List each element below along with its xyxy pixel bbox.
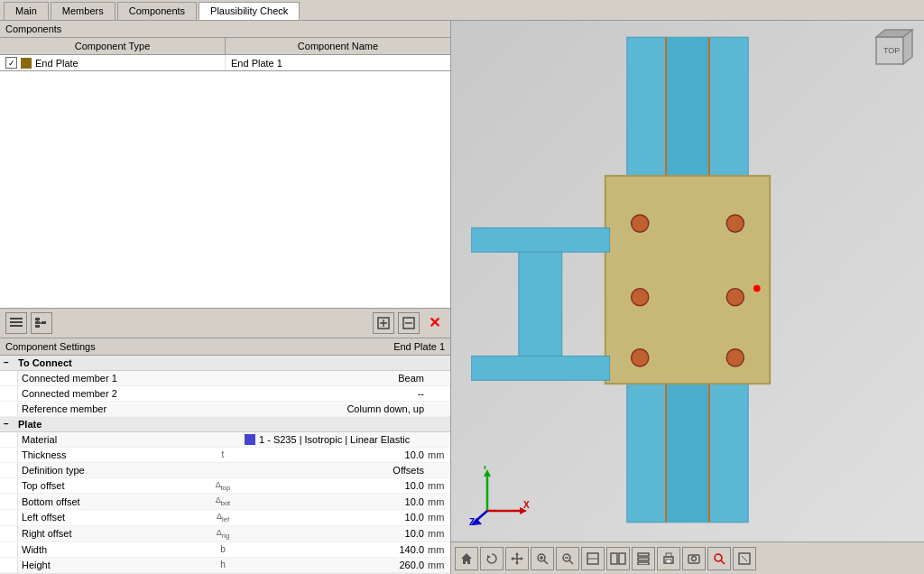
vp-btn-view[interactable] — [606, 547, 630, 570]
add-component-btn[interactable] — [373, 312, 394, 334]
settings-content[interactable]: − To Connect Connected member 1 Beam — [0, 356, 450, 575]
prop-name: Thickness — [18, 448, 205, 462]
svg-text:Z: Z — [469, 517, 475, 527]
prop-value: 10.0 — [241, 526, 428, 541]
prop-unit: mm — [428, 560, 450, 570]
prop-symbol: Δtop — [205, 478, 241, 494]
svg-rect-1 — [10, 321, 23, 323]
tab-main[interactable]: Main — [4, 2, 49, 20]
prop-symbol: Δrig — [205, 526, 241, 542]
svg-text:X: X — [523, 500, 530, 510]
main-container: Main Members Components Plausibility Che… — [0, 0, 924, 574]
settings-subtitle: End Plate 1 — [393, 341, 445, 352]
list-view-btn[interactable] — [5, 312, 27, 334]
tree-view-btn[interactable] — [31, 312, 52, 334]
svg-rect-65 — [666, 560, 671, 563]
scene-container — [451, 21, 924, 538]
prop-value: Offsets — [241, 463, 428, 477]
indent — [0, 558, 18, 572]
group-toggle-to-connect: − — [4, 357, 14, 367]
prop-symbol — [205, 392, 241, 395]
vp-btn-magnifier[interactable] — [707, 547, 731, 570]
group-toggle-plate: − — [4, 419, 14, 429]
component-checkbox[interactable]: ✓ — [5, 57, 17, 69]
prop-value: 260.0 — [241, 558, 428, 572]
svg-rect-6 — [42, 321, 46, 324]
svg-text:Y: Y — [482, 466, 488, 471]
prop-thickness: Thickness t 10.0 mm — [0, 448, 450, 463]
svg-rect-3 — [35, 318, 40, 320]
delete-btn[interactable]: ✕ — [423, 312, 445, 334]
vp-btn-home[interactable] — [455, 547, 478, 570]
svg-marker-45 — [515, 552, 519, 555]
prop-width: Width b 140.0 mm — [0, 542, 450, 558]
vp-btn-zoom[interactable] — [531, 547, 554, 570]
svg-point-28 — [632, 288, 649, 305]
prop-connected-member-1: Connected member 1 Beam — [0, 371, 450, 386]
group-to-connect: − To Connect Connected member 1 Beam — [0, 356, 450, 417]
indent — [0, 463, 18, 477]
prop-symbol — [205, 376, 241, 380]
component-row-0[interactable]: ✓ End Plate End Plate 1 — [0, 55, 450, 70]
prop-name: Connected member 2 — [18, 386, 205, 401]
tab-members[interactable]: Members — [51, 2, 116, 20]
svg-rect-60 — [638, 553, 649, 556]
prop-value: 1 - S235 | Isotropic | Linear Elastic — [241, 432, 428, 447]
components-table: Component Type Component Name ✓ End Plat… — [0, 38, 450, 71]
edit-component-btn[interactable] — [398, 312, 420, 334]
tab-plausibility-check[interactable]: Plausibility Check — [199, 2, 300, 20]
vp-btn-expand[interactable] — [733, 547, 756, 570]
left-panel: Components Component Type Component Name… — [0, 21, 451, 574]
prop-unit: mm — [428, 512, 450, 523]
vp-btn-pan[interactable] — [505, 547, 529, 570]
tab-components[interactable]: Components — [117, 2, 197, 20]
group-plate: − Plate Material 1 - S235 | Isotropic | … — [0, 417, 450, 573]
prop-value: Beam — [241, 371, 428, 385]
prop-unit: mm — [428, 480, 450, 491]
group-name-plate: Plate — [18, 419, 42, 430]
prop-definition-type: Definition type Offsets — [0, 463, 450, 478]
components-title: Components — [5, 23, 61, 34]
svg-rect-22 — [605, 175, 770, 383]
prop-connected-member-2: Connected member 2 -- — [0, 386, 450, 402]
indent — [0, 510, 18, 525]
components-section-header: Components — [0, 21, 450, 38]
svg-line-54 — [569, 560, 573, 564]
svg-point-31 — [726, 348, 744, 366]
prop-value: 10.0 — [241, 448, 428, 462]
prop-symbol — [205, 438, 241, 441]
viewport-bottom-toolbar — [451, 542, 924, 574]
prop-height: Height h 260.0 mm — [0, 558, 450, 573]
vp-btn-zoom2[interactable] — [556, 547, 579, 570]
component-color-box — [21, 58, 32, 69]
indent — [0, 448, 18, 462]
prop-value: 10.0 — [241, 510, 428, 524]
component-name-cell: End Plate 1 — [226, 56, 450, 70]
prop-symbol — [205, 407, 241, 411]
group-name-to-connect: To Connect — [18, 357, 72, 368]
col-type-header: Component Type — [0, 38, 226, 54]
vp-btn-layers[interactable] — [632, 547, 655, 570]
prop-unit: mm — [428, 544, 450, 555]
material-color — [245, 434, 255, 445]
prop-symbol: b — [205, 542, 241, 556]
svg-point-26 — [632, 215, 649, 232]
prop-name: Right offset — [18, 526, 205, 541]
content-area: Components Component Type Component Name… — [0, 21, 924, 574]
prop-name: Bottom offset — [18, 495, 205, 509]
svg-line-71 — [742, 556, 747, 561]
vp-btn-zoom3[interactable] — [581, 547, 605, 570]
prop-left-offset: Left offset Δlef 10.0 mm — [0, 510, 450, 526]
prop-unit: mm — [428, 449, 450, 460]
group-to-connect-header[interactable]: − To Connect — [0, 356, 450, 371]
svg-rect-59 — [619, 553, 625, 564]
svg-rect-5 — [35, 325, 40, 328]
vp-btn-print[interactable] — [657, 547, 680, 570]
indent — [0, 386, 18, 401]
vp-btn-rotate[interactable] — [480, 547, 504, 570]
coordinate-axes: Y X Z — [469, 466, 532, 529]
vp-btn-camera[interactable] — [682, 547, 706, 570]
prop-name: Width — [18, 542, 205, 557]
group-plate-header[interactable]: − Plate — [0, 417, 450, 432]
svg-marker-46 — [515, 562, 519, 565]
